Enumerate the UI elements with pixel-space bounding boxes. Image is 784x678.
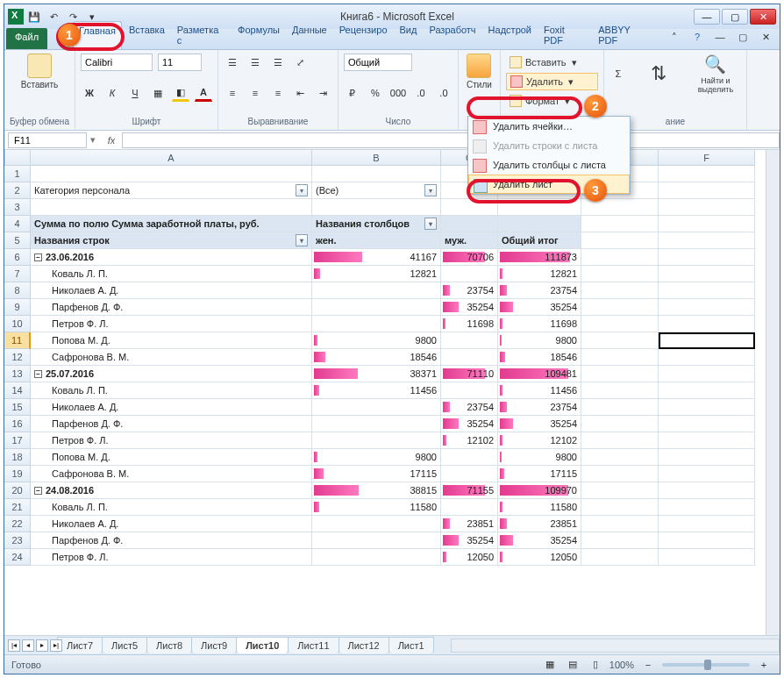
cell[interactable] [312,399,441,416]
sheet-tab-Лист10[interactable]: Лист10 [236,637,289,653]
collapse-icon[interactable]: − [34,487,42,495]
cell[interactable]: 35254 [498,299,581,316]
file-tab[interactable]: Файл [6,28,47,49]
bold-icon[interactable]: Ж [81,84,98,102]
cell[interactable] [581,482,659,499]
sheet-nav-last[interactable]: ▸| [50,639,62,652]
ribbon-tab-Вставка[interactable]: Вставка [124,21,170,49]
cell[interactable]: 12821 [312,266,441,282]
cell[interactable] [581,499,659,516]
cell[interactable] [581,399,659,416]
cell[interactable] [659,449,755,466]
row-header[interactable]: 4 [4,216,31,232]
cell[interactable] [581,366,659,382]
cell[interactable] [581,516,659,532]
delete-cols-menu-item[interactable]: Удалить столбцы с листа [468,155,630,175]
filter-icon[interactable]: ▾ [296,184,308,196]
cell[interactable]: 35254 [498,416,581,432]
cell[interactable] [441,466,498,482]
cell[interactable]: 35254 [441,416,498,432]
cell[interactable]: 17115 [498,466,581,482]
fill-color-icon[interactable]: ◧ [172,84,189,102]
cell[interactable] [312,299,441,316]
sheet-tab-Лист12[interactable]: Лист12 [339,637,389,653]
sheet-tab-Лист8[interactable]: Лист8 [146,637,192,653]
col-header-B[interactable]: B [312,150,441,166]
cell[interactable] [659,432,755,449]
cell[interactable]: 109481 [498,366,581,382]
row-header[interactable]: 8 [4,282,31,299]
cell[interactable] [581,282,659,299]
underline-icon[interactable]: Ч [126,84,144,102]
cell[interactable]: 41167 [312,249,441,266]
cell[interactable] [581,382,659,399]
cell[interactable]: жен. [312,232,441,249]
cell[interactable]: 18546 [312,349,441,366]
row-header[interactable]: 1 [4,166,31,182]
cell[interactable] [312,416,441,432]
cell[interactable]: Названия строк▾ [31,232,312,249]
row-header[interactable]: 17 [4,432,31,449]
cell[interactable] [581,249,659,266]
align-center-icon[interactable]: ≡ [246,84,264,102]
zoom-in-icon[interactable]: + [755,656,773,674]
cell[interactable]: 11456 [498,382,581,399]
cell[interactable] [581,332,659,349]
zoom-slider[interactable] [662,663,750,667]
cell[interactable]: Николаев А. Д. [31,282,312,299]
ribbon-tab-Разметка с[interactable]: Разметка с [172,21,231,49]
cell[interactable]: −23.06.2016 [31,249,312,266]
cell[interactable]: 9800 [312,332,441,349]
col-header-A[interactable]: A [31,150,312,166]
sheet-tab-Лист1[interactable]: Лист1 [388,637,434,653]
cell[interactable] [581,349,659,366]
cell[interactable] [581,299,659,316]
cell[interactable]: 12102 [441,432,498,449]
font-size-combo[interactable]: 11 [158,54,202,71]
cell[interactable]: −25.07.2016 [31,366,312,382]
cell[interactable] [312,199,441,216]
col-header-F[interactable]: F [659,150,755,166]
zoom-out-icon[interactable]: − [639,656,657,674]
ribbon-tab-Рецензиро[interactable]: Рецензиро [334,21,393,49]
ribbon-tab-Данные[interactable]: Данные [287,21,332,49]
cell[interactable] [659,299,755,316]
minimize-button[interactable]: — [694,9,720,25]
collapse-icon[interactable]: − [34,370,42,378]
row-header[interactable]: 19 [4,466,31,482]
cell[interactable] [312,282,441,299]
view-break-icon[interactable]: ▯ [587,656,604,674]
orientation-icon[interactable]: ⤢ [292,54,310,71]
cell[interactable]: Николаев А. Д. [31,516,312,532]
sheet-nav-prev[interactable]: ◂ [22,639,34,652]
row-header[interactable]: 15 [4,399,31,416]
sheet-tab-Лист9[interactable]: Лист9 [191,637,237,653]
cell[interactable] [659,232,755,249]
cell[interactable] [441,449,498,466]
cell[interactable]: −24.08.2016 [31,482,312,499]
horizontal-scrollbar[interactable] [451,639,780,653]
cell[interactable]: 23754 [498,282,581,299]
cell[interactable]: 12102 [498,432,581,449]
cell[interactable] [312,316,441,332]
cell[interactable]: 9800 [498,449,581,466]
cell[interactable] [659,249,755,266]
cell[interactable]: 23851 [498,516,581,532]
cell[interactable]: 12050 [441,549,498,566]
row-header[interactable]: 10 [4,316,31,332]
cell[interactable]: 35254 [498,532,581,549]
row-header[interactable]: 23 [4,532,31,549]
cell[interactable] [31,166,312,182]
cell[interactable] [659,199,755,216]
cell[interactable] [498,216,581,232]
cell[interactable] [581,549,659,566]
row-header[interactable]: 14 [4,382,31,399]
styles-button[interactable]: Стили [464,54,495,89]
cell[interactable]: Названия столбцов▾ [312,216,441,232]
cell[interactable] [659,166,755,182]
find-select-button[interactable]: 🔍 Найти и выделить [690,54,741,94]
view-layout-icon[interactable]: ▤ [564,656,581,674]
cell[interactable] [31,199,312,216]
ribbon-tab-Разработч[interactable]: Разработч [424,21,481,49]
cell[interactable] [441,199,498,216]
